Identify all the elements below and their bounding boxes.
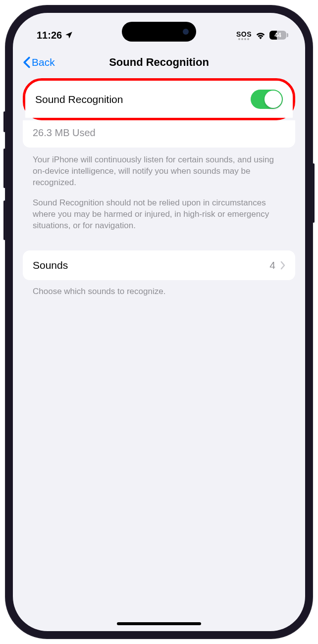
storage-used-label: 26.3 MB Used — [23, 120, 295, 148]
chevron-left-icon — [23, 56, 31, 68]
side-button-volume-up — [3, 149, 5, 188]
battery-indicator: 44 — [269, 31, 286, 40]
side-button-volume-down — [3, 200, 5, 240]
side-button-mute — [3, 111, 5, 132]
sounds-footer-text: Choose which sounds to recognize. — [23, 280, 295, 311]
back-button[interactable]: Back — [23, 56, 55, 68]
location-icon — [64, 31, 73, 40]
chevron-right-icon — [280, 261, 285, 270]
home-indicator[interactable] — [117, 622, 201, 625]
back-label: Back — [32, 56, 55, 68]
side-button-power — [313, 163, 315, 223]
highlight-annotation: Sound Recognition — [23, 78, 295, 120]
page-title: Sound Recognition — [13, 56, 305, 69]
sound-recognition-toggle[interactable] — [251, 90, 283, 109]
sounds-row[interactable]: Sounds 4 — [23, 250, 295, 280]
phone-frame: 11:26 SOS 44 Back Sound Recognition — [5, 5, 313, 639]
toggle-knob — [265, 91, 282, 108]
status-time: 11:26 — [37, 30, 62, 41]
sounds-label: Sounds — [33, 259, 68, 271]
sounds-count: 4 — [269, 259, 275, 271]
sound-recognition-toggle-row[interactable]: Sound Recognition — [25, 81, 293, 118]
wifi-icon — [255, 31, 266, 40]
sos-indicator: SOS — [236, 31, 252, 40]
phone-screen: 11:26 SOS 44 Back Sound Recognition — [13, 13, 305, 631]
description-text: Your iPhone will continuously listen for… — [23, 148, 295, 246]
toggle-label: Sound Recognition — [35, 94, 123, 105]
dynamic-island — [122, 22, 196, 42]
nav-bar: Back Sound Recognition — [13, 48, 305, 78]
